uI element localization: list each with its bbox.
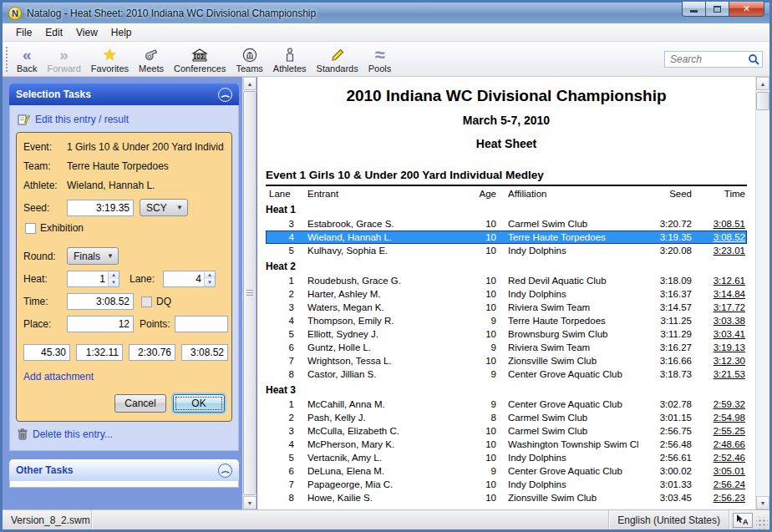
entry-row[interactable]: 3Estabrook, Grace S.10Carmel Swim Club3:…: [266, 217, 747, 231]
entry-row[interactable]: 4Wieland, Hannah L.10Terre Haute Torpedo…: [266, 231, 747, 244]
time-link[interactable]: 3:03.41: [714, 329, 745, 339]
time-link[interactable]: 2:55.25: [714, 426, 745, 436]
teams-button[interactable]: Teams: [231, 43, 267, 75]
scroll-up-icon[interactable]: ▲: [756, 77, 769, 90]
step-down-icon[interactable]: ▼: [109, 279, 119, 286]
time-link[interactable]: 3:08.51: [714, 219, 745, 229]
step-down-icon[interactable]: ▼: [205, 279, 215, 286]
exhibition-checkbox[interactable]: [25, 223, 36, 234]
entry-row[interactable]: 1McCahill, Anna M.9Center Grove Aquatic …: [266, 398, 747, 411]
restore-button[interactable]: [706, 2, 729, 17]
entry-row[interactable]: 4Thompson, Emily R.9Terre Haute Torpedoe…: [266, 314, 747, 327]
menu-view[interactable]: View: [69, 25, 104, 40]
time-link[interactable]: 2:48.66: [714, 439, 745, 449]
entry-row[interactable]: 8Howe, Kailie S.10Zionsville Swim Club3:…: [266, 491, 747, 504]
entry-row[interactable]: 2Pash, Kelly J.8Carmel Swim Club3:01.152…: [266, 411, 747, 424]
favorites-button[interactable]: ★ Favorites: [86, 43, 134, 75]
entry-row[interactable]: 1Roudebush, Grace G.10Red Devil Aquatic …: [266, 274, 747, 287]
athletes-button[interactable]: Athletes: [268, 43, 312, 75]
entry-row[interactable]: 5Kulhavy, Sophia E.10Indy Dolphins3:20.0…: [266, 244, 747, 257]
time-link[interactable]: 2:59.32: [714, 399, 745, 409]
entry-row[interactable]: 5Elliott, Sydney J.10Brownsburg Swim Clu…: [266, 327, 747, 341]
seed-input[interactable]: [67, 200, 134, 216]
edit-entry-link[interactable]: Edit this entry / result: [35, 114, 129, 125]
points-input[interactable]: [175, 316, 228, 332]
menu-edit[interactable]: Edit: [38, 25, 69, 40]
time-link[interactable]: 2:56.24: [714, 479, 745, 489]
pools-button[interactable]: ≈ Pools: [363, 43, 397, 75]
search-box[interactable]: [664, 51, 763, 68]
split-2-input[interactable]: [76, 344, 123, 361]
time-input[interactable]: [67, 293, 134, 310]
time-link[interactable]: 3:12.61: [714, 276, 745, 286]
minimize-button[interactable]: [682, 2, 706, 17]
entry-row[interactable]: 7Papageorge, Mia C.10Indy Dolphins3:01.3…: [266, 478, 747, 491]
course-dropdown[interactable]: SCY ▼: [140, 199, 188, 216]
heat-input[interactable]: [68, 271, 108, 286]
split-3-input[interactable]: [129, 344, 175, 361]
menu-help[interactable]: Help: [104, 25, 139, 40]
add-attachment-link[interactable]: Add attachment: [23, 371, 94, 383]
close-button[interactable]: ✕: [729, 2, 764, 17]
content-scrollbar[interactable]: ▲ ▼: [755, 77, 769, 509]
collapse-chevron-icon[interactable]: ︽: [218, 464, 232, 478]
time-link[interactable]: 3:21.53: [714, 369, 745, 379]
meets-button[interactable]: Meets: [134, 43, 169, 75]
dq-checkbox[interactable]: [141, 296, 152, 307]
time-link[interactable]: 2:56.23: [714, 493, 745, 503]
step-up-icon[interactable]: ▲: [205, 271, 215, 279]
step-up-icon[interactable]: ▲: [109, 271, 119, 279]
selection-tasks-header[interactable]: Selection Tasks ︽: [9, 84, 239, 105]
tasks-pane-scrollbar[interactable]: ▲ ▼: [242, 77, 256, 509]
ok-button[interactable]: OK: [173, 394, 225, 413]
time-link[interactable]: 3:23.01: [714, 246, 745, 256]
heat-stepper[interactable]: ▲▼: [67, 271, 119, 287]
search-icon[interactable]: [748, 53, 759, 65]
entry-row[interactable]: 6Guntz, Holle L.9Riviera Swim Team3:16.2…: [266, 341, 747, 354]
entry-row[interactable]: 8Castor, Jillian S.9Center Grove Aquatic…: [266, 367, 747, 381]
time-link[interactable]: 3:05.01: [714, 466, 745, 476]
scroll-thumb[interactable]: [243, 91, 256, 495]
entry-row[interactable]: 5Vertacnik, Amy L.10Indy Dolphins2:56.61…: [266, 451, 747, 464]
entry-row[interactable]: 3McCulla, Elizabeth C.10Carmel Swim Club…: [266, 424, 747, 438]
entry-row[interactable]: 2Harter, Ashley M.10Indy Dolphins3:16.37…: [266, 287, 747, 301]
other-tasks-header[interactable]: Other Tasks ︽: [9, 459, 239, 481]
time-link[interactable]: 3:12.30: [714, 356, 745, 366]
menu-file[interactable]: File: [9, 25, 38, 40]
resize-grip[interactable]: [756, 517, 768, 529]
time-link[interactable]: 3:08.52: [714, 232, 745, 242]
conferences-button[interactable]: Conferences: [169, 43, 231, 75]
scroll-thumb[interactable]: [756, 92, 769, 110]
split-1-input[interactable]: [23, 344, 70, 361]
scroll-track[interactable]: [756, 90, 769, 496]
status-language[interactable]: English (United States): [609, 510, 729, 529]
scroll-down-icon[interactable]: ▼: [243, 496, 256, 509]
standards-button[interactable]: Standards: [312, 43, 363, 75]
cancel-button[interactable]: Cancel: [114, 394, 166, 413]
split-4-input[interactable]: [181, 344, 228, 361]
time-link[interactable]: 3:14.84: [714, 289, 745, 299]
scroll-up-icon[interactable]: ▲: [243, 77, 256, 90]
scroll-track[interactable]: [243, 90, 256, 496]
round-dropdown[interactable]: Finals ▼: [67, 247, 119, 265]
entry-row[interactable]: 7Wrightson, Tessa L.10Zionsville Swim Cl…: [266, 354, 747, 367]
toolbar-grip[interactable]: [4, 45, 8, 73]
delete-entry-link[interactable]: Delete this entry...: [33, 428, 113, 440]
time-link[interactable]: 2:54.98: [714, 413, 745, 423]
time-link[interactable]: 2:52.46: [714, 453, 745, 463]
lane-stepper[interactable]: ▲▼: [163, 271, 216, 287]
title-bar[interactable]: N Natalog - Heat Sheet: 2010 Indiana WC …: [3, 3, 769, 23]
search-input[interactable]: [670, 53, 748, 65]
time-link[interactable]: 3:03.38: [714, 316, 745, 326]
time-link[interactable]: 3:19.13: [714, 342, 745, 352]
input-language-button[interactable]: A: [733, 513, 753, 528]
collapse-chevron-icon[interactable]: ︽: [218, 88, 232, 102]
place-input[interactable]: [67, 316, 134, 332]
scroll-down-icon[interactable]: ▼: [756, 496, 769, 509]
back-button[interactable]: « Back: [12, 43, 42, 75]
time-link[interactable]: 3:17.72: [714, 302, 745, 312]
lane-input[interactable]: [164, 271, 204, 286]
entry-row[interactable]: 4McPherson, Mary K.10Washington Township…: [266, 438, 747, 451]
entry-row[interactable]: 6DeLuna, Elena M.9Center Grove Aquatic C…: [266, 464, 747, 478]
entry-row[interactable]: 3Waters, Megan K.10Riviera Swim Team3:14…: [266, 301, 747, 314]
